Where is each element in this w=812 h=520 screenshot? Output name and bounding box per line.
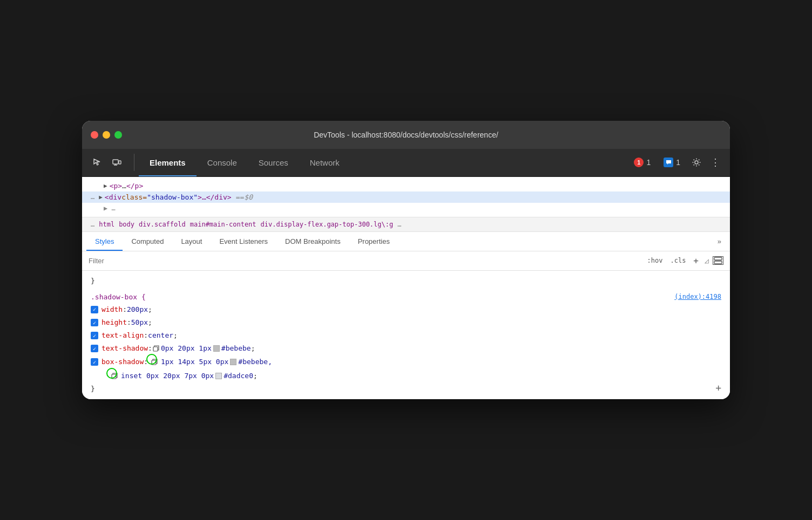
error-badge-btn[interactable]: 1 1	[630, 155, 655, 169]
css-prop-box-shadow: box-shadow : 1px 14px 5px 0px	[91, 355, 721, 369]
cls-button[interactable]: .cls	[668, 256, 688, 265]
css-prop-text-align: text-align : center ;	[91, 329, 721, 342]
css-prop-width: width : 200px ;	[91, 303, 721, 316]
prev-rule-close: }	[91, 275, 721, 287]
filter-input[interactable]	[89, 257, 641, 265]
css-rule-header: (index):4198 .shadow-box {	[91, 291, 721, 303]
css-checkbox-box-shadow[interactable]	[91, 358, 98, 366]
css-checkbox-height[interactable]	[91, 319, 98, 326]
css-selector: .shadow-box {	[91, 293, 146, 301]
box-shadow-copy-1[interactable]	[148, 355, 161, 368]
chat-count	[664, 158, 673, 167]
dom-dots: …	[91, 193, 94, 201]
svg-rect-7	[153, 347, 158, 351]
svg-rect-6	[714, 261, 722, 264]
toolbar-icons	[89, 154, 134, 171]
bc-body[interactable]: body	[119, 221, 134, 228]
svg-rect-5	[714, 257, 722, 260]
bc-div-flex[interactable]: div.display-flex.gap-top-300.lg\:g	[261, 221, 394, 228]
minimize-button[interactable]	[103, 131, 110, 139]
device-icon[interactable]	[108, 154, 125, 171]
inspect-icon[interactable]	[89, 154, 106, 171]
filter-bar: :hov .cls + ◿	[82, 251, 730, 271]
css-add-btn[interactable]: +	[715, 383, 721, 393]
breadcrumb: … html body div.scaffold main#main-conte…	[82, 217, 730, 232]
svg-rect-1	[119, 161, 121, 164]
box-shadow-copy-2[interactable]	[108, 370, 121, 382]
chat-badge-btn[interactable]: 1	[659, 155, 685, 169]
breadcrumb-dots: …	[91, 221, 94, 228]
settings-icon[interactable]	[689, 155, 704, 170]
layout-icon[interactable]	[713, 256, 723, 265]
toolbar-tabs: Elements Console Sources Network	[139, 149, 630, 176]
styles-tabs-more[interactable]: »	[713, 232, 726, 251]
maximize-button[interactable]	[114, 131, 122, 139]
tab-elements[interactable]: Elements	[139, 149, 197, 176]
css-checkbox-text-shadow[interactable]	[91, 345, 98, 352]
css-checkbox-text-align[interactable]	[91, 332, 98, 339]
tab-sources[interactable]: Sources	[248, 149, 299, 176]
titlebar: DevTools - localhost:8080/docs/devtools/…	[82, 121, 730, 149]
box-shadow-swatch-1[interactable]	[230, 359, 236, 365]
resize-icon: ◿	[705, 258, 709, 264]
css-prop-box-shadow-inset: inset 0px 20px 7px 0px #dadce0 ;	[91, 369, 721, 383]
devtools-window: DevTools - localhost:8080/docs/devtools/…	[82, 121, 730, 400]
tab-computed[interactable]: Computed	[123, 232, 172, 251]
tab-network[interactable]: Network	[299, 149, 350, 176]
box-shadow-swatch-2[interactable]	[215, 373, 222, 379]
expand-triangle-2[interactable]: ▶	[99, 194, 103, 201]
css-content: } (index):4198 .shadow-box { width : 200…	[82, 271, 730, 400]
text-shadow-swatch[interactable]	[213, 345, 220, 352]
tab-properties[interactable]: Properties	[349, 232, 398, 251]
tab-layout[interactable]: Layout	[172, 232, 211, 251]
bc-more: …	[397, 221, 401, 228]
traffic-lights	[91, 131, 122, 139]
filter-actions: :hov .cls + ◿	[645, 255, 723, 267]
svg-point-4	[695, 161, 698, 164]
dom-row-div-selected[interactable]: … ▶ <div class= "shadow-box" >…</div> ==…	[82, 191, 730, 203]
toolbar: Elements Console Sources Network 1 1	[82, 149, 730, 177]
window-title: DevTools - localhost:8080/docs/devtools/…	[314, 131, 498, 139]
svg-rect-0	[113, 160, 118, 164]
dom-row-hint: ▶ …	[95, 203, 730, 214]
css-prop-text-shadow: text-shadow : 0px 20px 1px #bebebe ;	[91, 342, 721, 355]
more-icon[interactable]: ⋮	[708, 155, 723, 170]
css-rule-block: (index):4198 .shadow-box { width : 200px…	[91, 291, 721, 395]
dom-row-p[interactable]: ▶ <p> … </p>	[95, 180, 730, 191]
expand-triangle[interactable]: ▶	[104, 182, 107, 189]
hov-button[interactable]: :hov	[645, 256, 665, 265]
tab-event-listeners[interactable]: Event Listeners	[211, 232, 276, 251]
devtools-main: ▶ <p> … </p> … ▶ <div class= "shadow-box…	[82, 177, 730, 400]
bc-html[interactable]: html	[99, 221, 114, 228]
tab-styles[interactable]: Styles	[86, 232, 123, 251]
css-source-link[interactable]: (index):4198	[674, 291, 721, 302]
dom-tree: ▶ <p> … </p> … ▶ <div class= "shadow-box…	[82, 177, 730, 217]
plus-button[interactable]: +	[691, 255, 701, 267]
styles-tabs: Styles Computed Layout Event Listeners D…	[82, 232, 730, 251]
tab-dom-breakpoints[interactable]: DOM Breakpoints	[276, 232, 349, 251]
css-checkbox-width[interactable]	[91, 306, 98, 313]
tab-console[interactable]: Console	[197, 149, 248, 176]
css-prop-height: height : 50px ;	[91, 316, 721, 329]
bc-main[interactable]: main#main-content	[190, 221, 256, 228]
css-rule-footer: + }	[91, 383, 721, 395]
text-shadow-copy[interactable]	[152, 345, 161, 352]
error-count: 1	[634, 158, 644, 167]
toolbar-right: 1 1 1 ⋮	[630, 155, 723, 170]
bc-div-scaffold[interactable]: div.scaffold	[139, 221, 186, 228]
close-button[interactable]	[91, 131, 98, 139]
